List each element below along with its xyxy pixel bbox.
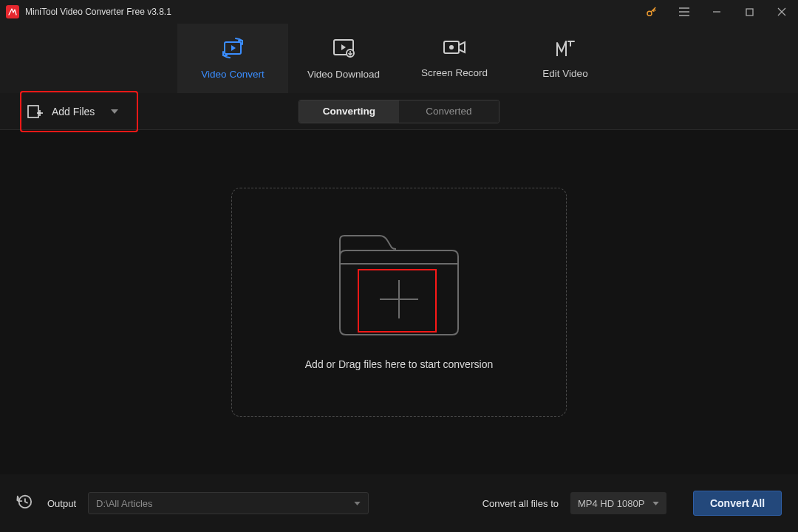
output-label: Output — [47, 498, 76, 509]
menu-icon[interactable] — [668, 0, 700, 24]
folder-icon — [335, 234, 463, 338]
close-icon[interactable] — [765, 0, 798, 24]
convert-all-button[interactable]: Convert All — [693, 491, 782, 516]
app-logo — [6, 5, 19, 18]
maximize-icon[interactable] — [733, 0, 765, 24]
tab-label: Video Download — [307, 69, 380, 80]
chevron-down-icon — [111, 109, 118, 114]
tab-screen-record[interactable]: Screen Record — [399, 24, 510, 93]
svg-point-0 — [647, 11, 652, 16]
app-title: MiniTool Video Converter Free v3.8.1 — [25, 7, 171, 17]
dropzone-text: Add or Drag files here to start conversi… — [305, 358, 493, 370]
add-file-icon — [27, 104, 43, 119]
minimize-icon[interactable] — [700, 0, 733, 24]
output-path-combo[interactable]: D:\All Articles — [88, 492, 369, 514]
license-key-icon[interactable] — [635, 0, 668, 24]
converting-segment: Converting Converted — [299, 100, 499, 123]
chevron-down-icon — [354, 502, 361, 505]
output-path-value: D:\All Articles — [96, 498, 153, 509]
segment-converting[interactable]: Converting — [299, 100, 399, 123]
tab-label: Edit Video — [542, 68, 587, 79]
format-value: MP4 HD 1080P — [578, 498, 644, 509]
svg-point-12 — [449, 45, 454, 50]
titlebar: MiniTool Video Converter Free v3.8.1 — [0, 0, 798, 24]
chevron-down-icon — [652, 502, 659, 505]
tab-label: Screen Record — [421, 67, 488, 78]
add-files-button[interactable]: Add Files — [22, 97, 132, 126]
tab-video-convert[interactable]: Video Convert — [177, 24, 288, 93]
history-icon[interactable] — [16, 494, 33, 513]
svg-rect-13 — [28, 106, 38, 117]
add-files-label: Add Files — [52, 106, 95, 117]
tab-video-download[interactable]: Video Download — [288, 24, 399, 93]
main-nav: Video Convert Video Download Screen Reco… — [0, 24, 798, 93]
tab-label: Video Convert — [201, 69, 264, 80]
toolbar: Add Files Converting Converted — [0, 93, 798, 130]
dropzone[interactable]: Add or Drag files here to start conversi… — [231, 188, 567, 417]
svg-rect-5 — [746, 9, 753, 16]
segment-converted[interactable]: Converted — [399, 100, 499, 123]
main-area: Add or Drag files here to start conversi… — [0, 130, 798, 474]
format-combo[interactable]: MP4 HD 1080P — [570, 492, 666, 514]
tab-edit-video[interactable]: Edit Video — [510, 24, 621, 93]
footer: Output D:\All Articles Convert all files… — [0, 474, 798, 532]
convert-all-label: Convert all files to — [482, 498, 559, 509]
